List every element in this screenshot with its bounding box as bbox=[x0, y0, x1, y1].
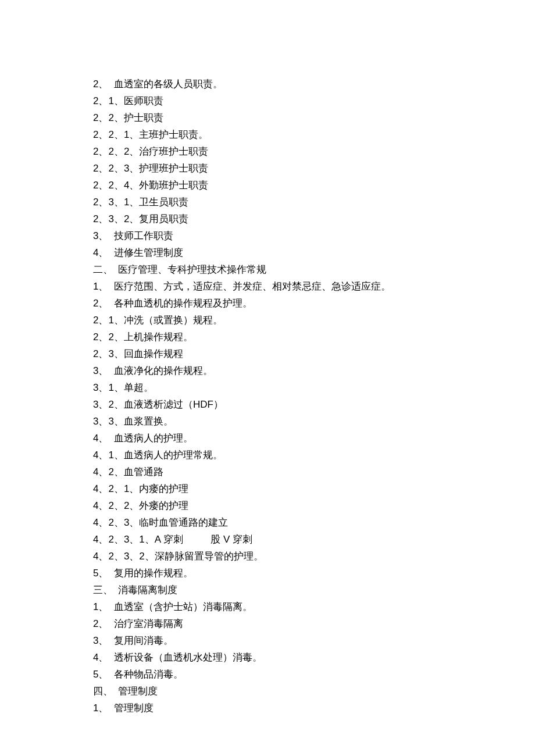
text-line: 2、2、2、治疗班护士职责 bbox=[93, 143, 442, 160]
text-line: 二、 医疗管理、专科护理技术操作常规 bbox=[93, 261, 442, 278]
text-line: 2、3、2、复用员职责 bbox=[93, 211, 442, 227]
text-line: 4、2、3、1、A 穿刺 股 V 穿刺 bbox=[93, 531, 442, 548]
text-line: 5、 各种物品消毒。 bbox=[93, 666, 442, 683]
text-line: 1、 医疗范围、方式，适应症、并发症、相对禁忌症、急诊适应症。 bbox=[93, 278, 442, 295]
text-line: 四、 管理制度 bbox=[93, 683, 442, 700]
text-line: 4、 透析设备（血透机水处理）消毒。 bbox=[93, 649, 442, 666]
text-line: 2、1、医师职责 bbox=[93, 92, 442, 109]
text-line: 2、2、护士职责 bbox=[93, 109, 442, 126]
text-line: 4、2、1、内瘘的护理 bbox=[93, 480, 442, 497]
document-page: 2、 血透室的各级人员职责。 2、1、医师职责 2、2、护士职责 2、2、1、主… bbox=[0, 0, 535, 716]
text-line: 2、2、3、护理班护士职责 bbox=[93, 160, 442, 177]
text-line: 3、 技师工作职责 bbox=[93, 227, 442, 244]
text-line: 3、 复用间消毒。 bbox=[93, 632, 442, 649]
text-line: 3、2、血液透析滤过（HDF） bbox=[93, 396, 442, 413]
text-line: 2、2、1、主班护士职责。 bbox=[93, 126, 442, 143]
text-line: 4、2、2、外瘘的护理 bbox=[93, 497, 442, 514]
text-line: 2、 治疗室消毒隔离 bbox=[93, 615, 442, 632]
text-line: 3、1、单超。 bbox=[93, 379, 442, 396]
text-line: 4、2、3、临时血管通路的建立 bbox=[93, 514, 442, 531]
text-line: 1、 血透室（含护士站）消毒隔离。 bbox=[93, 598, 442, 615]
text-line: 4、1、血透病人的护理常规。 bbox=[93, 447, 442, 463]
text-line: 2、3、回血操作规程 bbox=[93, 345, 442, 362]
text-line: 2、1、冲洗（或置换）规程。 bbox=[93, 312, 442, 329]
text-line: 5、 复用的操作规程。 bbox=[93, 565, 442, 582]
text-line: 3、 血液净化的操作规程。 bbox=[93, 362, 442, 379]
text-line: 2、2、上机操作规程。 bbox=[93, 329, 442, 345]
text-line: 2、2、4、外勤班护士职责 bbox=[93, 177, 442, 194]
text-line: 3、3、血浆置换。 bbox=[93, 413, 442, 430]
text-line: 2、 血透室的各级人员职责。 bbox=[93, 76, 442, 92]
text-line: 2、 各种血透机的操作规程及护理。 bbox=[93, 295, 442, 312]
text-line: 4、2、3、2、深静脉留置导管的护理。 bbox=[93, 548, 442, 565]
text-line: 4、 进修生管理制度 bbox=[93, 244, 442, 261]
text-line: 4、2、血管通路 bbox=[93, 463, 442, 480]
text-line: 1、 管理制度 bbox=[93, 700, 442, 716]
text-line: 三、 消毒隔离制度 bbox=[93, 582, 442, 598]
text-line: 4、 血透病人的护理。 bbox=[93, 430, 442, 447]
text-line: 2、3、1、卫生员职责 bbox=[93, 194, 442, 211]
